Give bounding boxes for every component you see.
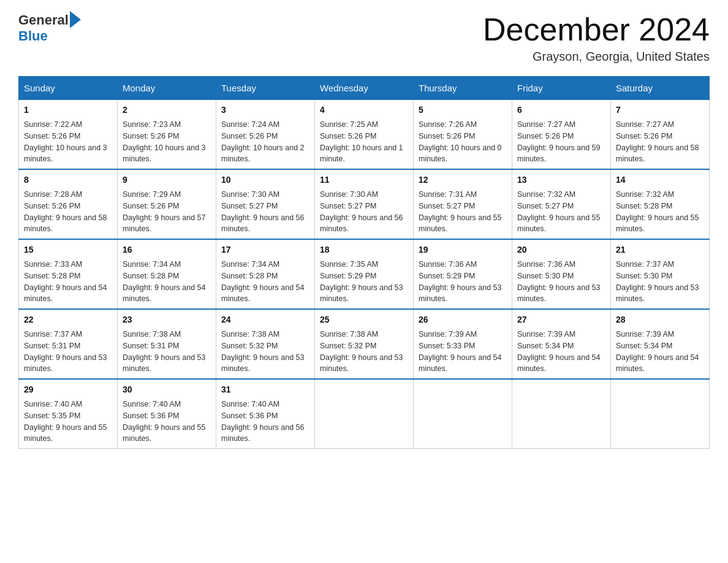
sunrise-line: Sunrise: 7:34 AM <box>221 260 279 269</box>
daylight-line: Daylight: 9 hours and 53 minutes. <box>320 353 403 373</box>
sunrise-line: Sunrise: 7:38 AM <box>123 330 181 339</box>
day-number: 1 <box>24 104 112 117</box>
sunrise-line: Sunrise: 7:32 AM <box>616 190 674 199</box>
day-cell: 20Sunrise: 7:36 AMSunset: 5:30 PMDayligh… <box>512 239 611 309</box>
daylight-line: Daylight: 9 hours and 53 minutes. <box>320 283 403 304</box>
day-cell: 18Sunrise: 7:35 AMSunset: 5:29 PMDayligh… <box>315 239 414 309</box>
column-header-monday: Monday <box>118 77 216 100</box>
day-number: 7 <box>616 104 704 117</box>
sunrise-line: Sunrise: 7:30 AM <box>320 190 378 199</box>
day-cell: 3Sunrise: 7:24 AMSunset: 5:26 PMDaylight… <box>216 100 315 170</box>
sunrise-line: Sunrise: 7:23 AM <box>123 120 181 129</box>
sunset-line: Sunset: 5:34 PM <box>517 342 574 350</box>
day-cell: 1Sunrise: 7:22 AMSunset: 5:26 PMDaylight… <box>19 100 118 170</box>
sunrise-line: Sunrise: 7:36 AM <box>517 260 575 269</box>
day-number: 23 <box>123 313 211 326</box>
sunrise-line: Sunrise: 7:24 AM <box>221 120 279 129</box>
sunrise-line: Sunrise: 7:25 AM <box>320 120 378 129</box>
sunset-line: Sunset: 5:32 PM <box>221 342 278 350</box>
sunset-line: Sunset: 5:27 PM <box>221 202 278 210</box>
day-cell: 28Sunrise: 7:39 AMSunset: 5:34 PMDayligh… <box>611 309 710 379</box>
sunset-line: Sunset: 5:26 PM <box>616 132 672 140</box>
daylight-line: Daylight: 9 hours and 55 minutes. <box>419 213 502 234</box>
day-number: 30 <box>123 383 211 396</box>
day-number: 4 <box>320 104 408 117</box>
sunrise-line: Sunrise: 7:39 AM <box>517 330 575 339</box>
day-cell <box>315 379 414 449</box>
daylight-line: Daylight: 10 hours and 1 minute. <box>320 144 403 164</box>
day-cell: 23Sunrise: 7:38 AMSunset: 5:31 PMDayligh… <box>118 309 216 379</box>
daylight-line: Daylight: 10 hours and 2 minutes. <box>221 144 305 164</box>
day-cell: 9Sunrise: 7:29 AMSunset: 5:26 PMDaylight… <box>118 169 216 239</box>
day-cell: 14Sunrise: 7:32 AMSunset: 5:28 PMDayligh… <box>611 169 710 239</box>
day-number: 24 <box>221 313 309 326</box>
day-cell: 27Sunrise: 7:39 AMSunset: 5:34 PMDayligh… <box>512 309 611 379</box>
day-number: 26 <box>419 313 507 326</box>
day-number: 9 <box>123 174 211 186</box>
week-row-3: 15Sunrise: 7:33 AMSunset: 5:28 PMDayligh… <box>19 239 710 309</box>
sunrise-line: Sunrise: 7:39 AM <box>419 330 477 339</box>
sunset-line: Sunset: 5:36 PM <box>123 412 179 420</box>
day-number: 17 <box>221 243 309 256</box>
sunrise-line: Sunrise: 7:35 AM <box>320 260 378 269</box>
sunrise-line: Sunrise: 7:28 AM <box>24 190 82 199</box>
day-cell: 25Sunrise: 7:38 AMSunset: 5:32 PMDayligh… <box>315 309 414 379</box>
sunrise-line: Sunrise: 7:22 AM <box>24 120 82 129</box>
day-cell: 13Sunrise: 7:32 AMSunset: 5:27 PMDayligh… <box>512 169 611 239</box>
day-number: 5 <box>419 104 507 117</box>
daylight-line: Daylight: 9 hours and 54 minutes. <box>616 353 699 373</box>
day-number: 16 <box>123 243 211 256</box>
daylight-line: Daylight: 9 hours and 58 minutes. <box>24 213 107 234</box>
day-number: 18 <box>320 243 408 256</box>
day-cell: 26Sunrise: 7:39 AMSunset: 5:33 PMDayligh… <box>414 309 512 379</box>
sunrise-line: Sunrise: 7:40 AM <box>24 400 82 408</box>
sunset-line: Sunset: 5:29 PM <box>320 272 376 280</box>
calendar-header: SundayMondayTuesdayWednesdayThursdayFrid… <box>19 77 710 100</box>
day-cell: 2Sunrise: 7:23 AMSunset: 5:26 PMDaylight… <box>118 100 216 170</box>
daylight-line: Daylight: 9 hours and 55 minutes. <box>517 213 601 234</box>
sunrise-line: Sunrise: 7:27 AM <box>616 120 674 129</box>
day-number: 27 <box>517 313 605 326</box>
daylight-line: Daylight: 9 hours and 54 minutes. <box>419 353 502 373</box>
sunset-line: Sunset: 5:26 PM <box>320 132 376 140</box>
day-number: 20 <box>517 243 605 256</box>
sunset-line: Sunset: 5:33 PM <box>419 342 475 350</box>
day-number: 6 <box>517 104 605 117</box>
day-number: 10 <box>221 174 309 186</box>
column-header-sunday: Sunday <box>19 77 118 100</box>
sunrise-line: Sunrise: 7:26 AM <box>419 120 477 129</box>
day-cell: 8Sunrise: 7:28 AMSunset: 5:26 PMDaylight… <box>19 169 118 239</box>
sunset-line: Sunset: 5:26 PM <box>123 202 179 210</box>
logo-arrow-icon <box>70 11 81 28</box>
day-cell: 5Sunrise: 7:26 AMSunset: 5:26 PMDaylight… <box>414 100 512 170</box>
daylight-line: Daylight: 9 hours and 55 minutes. <box>616 213 699 234</box>
column-header-tuesday: Tuesday <box>216 77 315 100</box>
column-header-saturday: Saturday <box>611 77 710 100</box>
sunrise-line: Sunrise: 7:38 AM <box>221 330 279 339</box>
day-cell <box>414 379 512 449</box>
day-cell: 11Sunrise: 7:30 AMSunset: 5:27 PMDayligh… <box>315 169 414 239</box>
daylight-line: Daylight: 9 hours and 59 minutes. <box>517 144 601 164</box>
logo: General Blue <box>18 12 81 44</box>
sunset-line: Sunset: 5:26 PM <box>24 132 80 140</box>
day-cell: 21Sunrise: 7:37 AMSunset: 5:30 PMDayligh… <box>611 239 710 309</box>
daylight-line: Daylight: 9 hours and 55 minutes. <box>24 423 107 443</box>
sunset-line: Sunset: 5:26 PM <box>221 132 278 140</box>
sunset-line: Sunset: 5:31 PM <box>24 342 80 350</box>
sunset-line: Sunset: 5:28 PM <box>221 272 278 280</box>
day-cell <box>512 379 611 449</box>
day-cell: 16Sunrise: 7:34 AMSunset: 5:28 PMDayligh… <box>118 239 216 309</box>
sunrise-line: Sunrise: 7:30 AM <box>221 190 279 199</box>
daylight-line: Daylight: 10 hours and 0 minutes. <box>419 144 502 164</box>
daylight-line: Daylight: 9 hours and 55 minutes. <box>123 423 206 443</box>
day-number: 28 <box>616 313 704 326</box>
day-cell: 12Sunrise: 7:31 AMSunset: 5:27 PMDayligh… <box>414 169 512 239</box>
day-number: 22 <box>24 313 112 326</box>
day-cell: 10Sunrise: 7:30 AMSunset: 5:27 PMDayligh… <box>216 169 315 239</box>
daylight-line: Daylight: 9 hours and 57 minutes. <box>123 213 206 234</box>
daylight-line: Daylight: 9 hours and 56 minutes. <box>221 213 305 234</box>
sunset-line: Sunset: 5:28 PM <box>123 272 179 280</box>
calendar-body: 1Sunrise: 7:22 AMSunset: 5:26 PMDaylight… <box>19 100 710 449</box>
day-number: 14 <box>616 174 704 186</box>
column-header-thursday: Thursday <box>414 77 512 100</box>
